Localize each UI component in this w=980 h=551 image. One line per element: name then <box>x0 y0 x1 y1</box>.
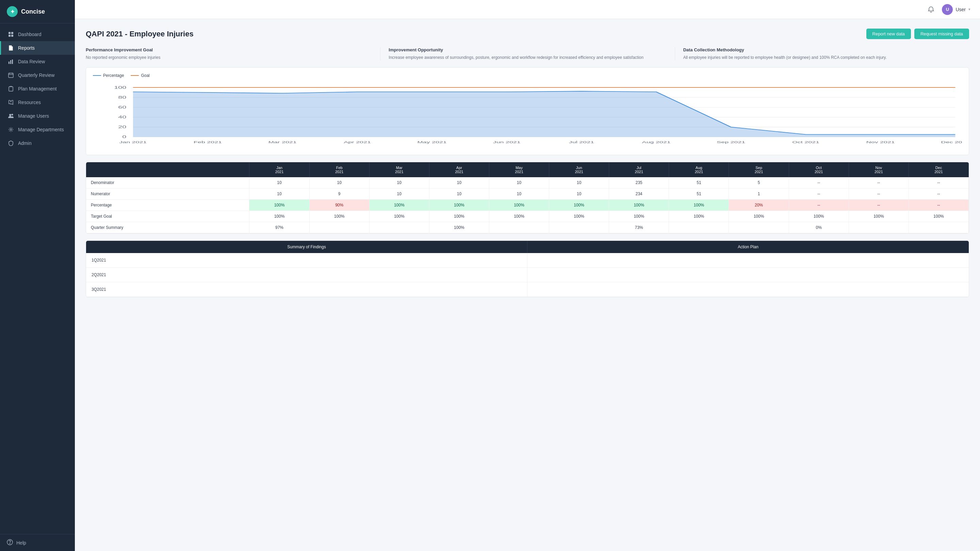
findings-action <box>527 282 969 297</box>
table-cell: 100% <box>250 200 309 211</box>
table-cell-label: Percentage <box>86 200 250 211</box>
sidebar-item-admin[interactable]: Admin <box>0 137 75 150</box>
svg-text:Dec 2021: Dec 2021 <box>941 140 962 144</box>
sidebar: ✦ Concise Dashboard Reports Data Review <box>0 0 75 551</box>
legend-line-blue <box>93 75 101 76</box>
svg-rect-5 <box>10 60 11 64</box>
info-panel-goal-heading: Performance Improvement Goal <box>86 47 372 52</box>
sidebar-item-resources[interactable]: Resources <box>0 95 75 109</box>
sidebar-item-reports[interactable]: Reports <box>0 41 75 55</box>
table-cell <box>369 222 429 233</box>
findings-row: 3Q2021 <box>86 282 969 297</box>
table-cell: 100% <box>849 211 908 222</box>
svg-rect-1 <box>11 32 13 34</box>
table-cell: 234 <box>609 189 669 200</box>
sidebar-item-manage-departments[interactable]: Manage Departments <box>0 123 75 137</box>
user-name: User <box>956 7 966 12</box>
svg-text:Oct 2021: Oct 2021 <box>792 140 819 144</box>
clipboard-icon <box>8 86 14 92</box>
svg-text:80: 80 <box>118 95 126 99</box>
info-panel-methodology-heading: Data Collection Methodology <box>683 47 961 52</box>
table-cell: -- <box>789 189 849 200</box>
svg-point-16 <box>10 543 10 543</box>
line-chart: 100 80 60 40 20 0 Jan 2021 Feb 2021 Mar … <box>93 81 962 149</box>
svg-text:Mar 2021: Mar 2021 <box>269 140 297 144</box>
table-header-jul: Jul2021 <box>609 162 669 177</box>
grid-icon <box>8 31 14 37</box>
chart-container: Percentage Goal 100 80 60 40 <box>86 67 969 155</box>
info-panel-methodology: Data Collection Methodology All employee… <box>675 47 969 60</box>
table-cell: 100% <box>549 211 609 222</box>
svg-marker-30 <box>133 91 955 137</box>
header-buttons: Report new data Request missing data <box>866 29 969 39</box>
sidebar-item-quarterly-review[interactable]: Quarterly Review <box>0 68 75 82</box>
findings-row: 1Q2021 <box>86 253 969 268</box>
sidebar-item-dashboard[interactable]: Dashboard <box>0 27 75 41</box>
table-cell: 100% <box>250 211 309 222</box>
info-panel-opportunity-text: Increase employee awareness of surroundi… <box>388 54 666 60</box>
table-cell: 10 <box>429 177 489 189</box>
table-cell: 10 <box>549 189 609 200</box>
svg-text:Apr 2021: Apr 2021 <box>344 140 371 144</box>
user-menu[interactable]: U User ▾ <box>942 4 970 15</box>
settings-icon <box>8 127 14 133</box>
findings-row: 2Q2021 <box>86 268 969 282</box>
table-cell: 100% <box>489 211 549 222</box>
sidebar-item-plan-management-label: Plan Management <box>18 86 57 92</box>
report-new-data-button[interactable]: Report new data <box>866 29 911 39</box>
table-cell: 100% <box>369 211 429 222</box>
sidebar-item-manage-users-label: Manage Users <box>18 113 49 119</box>
table-cell <box>549 222 609 233</box>
table-cell: 235 <box>609 177 669 189</box>
svg-rect-4 <box>8 62 10 64</box>
calendar-icon <box>8 72 14 78</box>
legend-goal: Goal <box>130 73 150 78</box>
table-cell <box>669 222 729 233</box>
sidebar-item-quarterly-review-label: Quarterly Review <box>18 73 54 78</box>
legend-line-orange <box>130 75 139 76</box>
svg-rect-0 <box>8 32 11 34</box>
table-header-jun: Jun2021 <box>549 162 609 177</box>
help-area[interactable]: Help <box>0 534 75 551</box>
sidebar-item-manage-users[interactable]: Manage Users <box>0 109 75 123</box>
table-row: Target Goal100%100%100%100%100%100%100%1… <box>86 211 969 222</box>
table-cell: 10 <box>369 189 429 200</box>
sidebar-item-data-review[interactable]: Data Review <box>0 55 75 68</box>
book-icon <box>8 99 14 105</box>
table-cell <box>908 222 969 233</box>
help-circle-icon <box>7 539 13 546</box>
notifications-button[interactable] <box>926 4 937 15</box>
table-cell: 1 <box>729 189 789 200</box>
sidebar-item-reports-label: Reports <box>18 45 35 51</box>
table-cell: -- <box>789 177 849 189</box>
table-cell <box>729 222 789 233</box>
info-panel-methodology-text: All employee injuries will be reported t… <box>683 54 961 60</box>
table-cell <box>849 222 908 233</box>
logo-icon: ✦ <box>7 6 18 17</box>
table-cell: 51 <box>669 189 729 200</box>
sidebar-item-plan-management[interactable]: Plan Management <box>0 82 75 95</box>
request-missing-data-button[interactable]: Request missing data <box>914 29 969 39</box>
table-cell-label: Denominator <box>86 177 250 189</box>
table-cell: 100% <box>789 211 849 222</box>
table-cell: 51 <box>669 177 729 189</box>
table-cell: 100% <box>549 200 609 211</box>
findings-table: Summary of Findings Action Plan 1Q20212Q… <box>86 240 969 297</box>
table-cell: -- <box>908 177 969 189</box>
page-header: QAPI 2021 - Employee Injuries Report new… <box>86 29 969 39</box>
table-cell: 97% <box>250 222 309 233</box>
table-header-aug: Aug2021 <box>669 162 729 177</box>
table-cell: 90% <box>309 200 369 211</box>
findings-col1-header: Summary of Findings <box>86 241 527 253</box>
help-label: Help <box>16 540 26 546</box>
table-cell: -- <box>789 200 849 211</box>
table-cell: 10 <box>489 177 549 189</box>
svg-text:60: 60 <box>118 105 126 109</box>
sidebar-item-manage-departments-label: Manage Departments <box>18 127 64 132</box>
table-cell: 100% <box>369 200 429 211</box>
table-header-sep: Sep2021 <box>729 162 789 177</box>
sidebar-item-resources-label: Resources <box>18 100 41 105</box>
table-header-apr: Apr2021 <box>429 162 489 177</box>
table-cell: 9 <box>309 189 369 200</box>
main-panel: U User ▾ QAPI 2021 - Employee Injuries R… <box>75 0 980 551</box>
